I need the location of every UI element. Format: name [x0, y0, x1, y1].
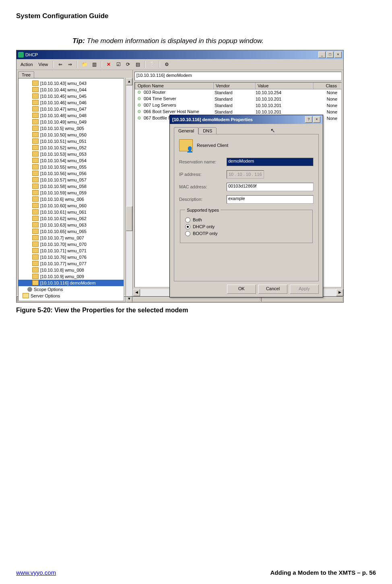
col-value[interactable]: Value — [255, 83, 313, 89]
supported-types-legend: Supported types — [185, 208, 221, 213]
tree-item[interactable]: [10.10.10.71] wmu_071 — [19, 248, 124, 254]
folder-icon — [32, 196, 39, 202]
dialog-close-button[interactable]: × — [313, 116, 320, 123]
tip-body: The modem information is displayed in th… — [85, 37, 264, 45]
close-button[interactable]: × — [334, 52, 342, 58]
show-hide-tree-icon[interactable]: ▥ — [91, 61, 98, 68]
tree-item[interactable]: [10.10.10.76] wmu_076 — [19, 254, 124, 260]
export-list-icon[interactable]: ▤ — [134, 61, 141, 68]
tree-item[interactable]: [10.10.10.59] wmu_059 — [19, 190, 124, 196]
tree-item[interactable]: [10.10.10.6] wmu_006 — [19, 196, 124, 202]
radio-dhcp-only[interactable] — [185, 224, 190, 229]
tree-item-label: [10.10.10.7] wmu_007 — [40, 235, 84, 240]
tree-item[interactable]: [10.10.10.48] wmu_048 — [19, 112, 124, 119]
tree-item[interactable]: [10.10.10.45] wmu_045 — [19, 93, 124, 99]
apply-button[interactable]: Apply — [290, 285, 319, 294]
tree-item[interactable]: [10.10.10.8] wmu_008 — [19, 267, 124, 273]
tree-item-label: [10.10.10.57] wmu_057 — [40, 177, 87, 182]
tree-item[interactable]: [10.10.10.54] wmu_054 — [19, 157, 124, 164]
radio-bootp-only[interactable] — [185, 231, 190, 236]
tree-item[interactable]: [10.10.10.9] wmu_009 — [19, 273, 124, 280]
tree-item[interactable]: [10.10.10.52] wmu_052 — [19, 144, 124, 151]
tree-item[interactable]: [10.10.10.63] wmu_063 — [19, 222, 124, 228]
mac-address-input[interactable]: 00103d12869f — [227, 183, 314, 191]
dhcp-option-icon[interactable]: ⚙ — [163, 61, 170, 68]
col-option-name[interactable]: Option Name — [135, 83, 213, 89]
up-folder-icon[interactable]: 📁 — [81, 61, 88, 68]
radio-both[interactable] — [185, 217, 190, 223]
delete-icon[interactable]: ✕ — [105, 61, 112, 68]
gear-icon — [27, 287, 32, 292]
tree-item-label: [10.10.10.62] wmu_062 — [40, 216, 87, 221]
back-button[interactable]: ⇐ — [57, 61, 64, 68]
menu-action[interactable]: Action — [19, 61, 35, 68]
hscroll-right-button[interactable]: ▶ — [336, 289, 343, 296]
scroll-up-button[interactable]: ▲ — [126, 78, 132, 85]
supported-types-group: Supported types Both DHCP only BOOTP onl… — [180, 208, 313, 243]
tree-item[interactable]: [10.10.10.77] wmu_077 — [19, 260, 124, 267]
help-icon[interactable]: ❔ — [149, 61, 156, 68]
tree-item[interactable]: [10.10.10.62] wmu_062 — [19, 215, 124, 222]
folder-icon — [32, 158, 39, 163]
tab-general[interactable]: General — [174, 127, 198, 134]
figure-caption: Figure 5-20: View the Properties for the… — [16, 307, 376, 314]
radio-both-row[interactable]: Both — [185, 217, 307, 223]
tree-item[interactable]: [10.10.10.53] wmu_053 — [19, 151, 124, 157]
folder-icon — [32, 190, 39, 195]
maximize-button[interactable]: □ — [326, 52, 334, 58]
refresh-icon[interactable]: ⟳ — [124, 61, 132, 68]
list-row[interactable]: 066 Boot Server Host NameStandard10.10.1… — [135, 109, 341, 115]
radio-dhcp-row[interactable]: DHCP only — [185, 224, 307, 229]
tree-item[interactable]: [10.10.10.116] demoModem — [19, 280, 124, 286]
cancel-button[interactable]: Cancel — [258, 285, 287, 294]
tree-item[interactable]: [10.10.10.5] wmu_005 — [19, 125, 124, 132]
tree-item-label: [10.10.10.116] demoModem — [40, 281, 96, 285]
cursor-icon: ↖ — [270, 127, 275, 134]
tree-item[interactable]: [10.10.10.51] wmu_051 — [19, 138, 124, 144]
tree-item-label: [10.10.10.8] wmu_008 — [40, 268, 84, 272]
minimize-button[interactable]: _ — [318, 52, 326, 58]
tree-item-label: [10.10.10.54] wmu_054 — [40, 158, 87, 163]
tree-item[interactable]: [10.10.10.61] wmu_061 — [19, 209, 124, 215]
tree-tab[interactable]: Tree — [18, 71, 34, 78]
tree-item-label: [10.10.10.58] wmu_058 — [40, 184, 87, 189]
option-icon — [137, 90, 143, 95]
tree-item[interactable]: [10.10.10.58] wmu_058 — [19, 183, 124, 190]
list-header[interactable]: Option Name Vendor Value Class — [135, 83, 341, 89]
tree-item[interactable]: [10.10.10.46] wmu_046 — [19, 99, 124, 106]
tree-view[interactable]: [10.10.10.43] wmu_043[10.10.10.44] wmu_0… — [18, 78, 124, 301]
tree-scrollbar[interactable]: ▲ ▼ — [126, 78, 132, 303]
col-class[interactable]: Class — [313, 83, 341, 89]
window-title: DHCP — [25, 52, 38, 57]
tree-item[interactable]: [10.10.10.7] wmu_007 — [19, 235, 124, 241]
menu-view[interactable]: View — [37, 61, 50, 68]
tree-item[interactable]: [10.10.10.57] wmu_057 — [19, 177, 124, 183]
scroll-thumb[interactable] — [126, 206, 132, 231]
reservation-name-input[interactable]: demoModem — [227, 158, 314, 166]
tree-item[interactable]: [10.10.10.50] wmu_050 — [19, 132, 124, 138]
tree-item[interactable]: [10.10.10.44] wmu_044 — [19, 87, 124, 93]
tree-item[interactable]: [10.10.10.70] wmu_070 — [19, 241, 124, 248]
dialog-help-button[interactable]: ? — [305, 116, 312, 123]
radio-both-label: Both — [193, 217, 202, 222]
forward-button[interactable]: ⇒ — [66, 61, 74, 68]
tree-item[interactable]: [10.10.10.49] wmu_049 — [19, 119, 124, 125]
tree-item[interactable]: [10.10.10.65] wmu_065 — [19, 228, 124, 235]
list-row[interactable]: 007 Log ServersStandard10.10.10.201None — [135, 102, 341, 109]
tree-server-options[interactable]: Server Options — [19, 293, 124, 299]
list-row[interactable]: 003 RouterStandard10.10.10.254None — [135, 89, 341, 96]
tree-item[interactable]: [10.10.10.43] wmu_043 — [19, 80, 124, 87]
properties-icon[interactable]: ☑ — [115, 61, 122, 68]
tree-item[interactable]: [10.10.10.60] wmu_060 — [19, 202, 124, 209]
ok-button[interactable]: OK — [227, 285, 256, 294]
tree-item[interactable]: [10.10.10.55] wmu_055 — [19, 164, 124, 170]
tree-item[interactable]: [10.10.10.47] wmu_047 — [19, 106, 124, 112]
description-input[interactable]: example — [227, 195, 314, 204]
col-vendor[interactable]: Vendor — [213, 83, 255, 89]
tab-dns[interactable]: DNS — [198, 127, 217, 134]
hscroll-left-button[interactable]: ◀ — [133, 289, 140, 296]
list-row[interactable]: 004 Time ServerStandard10.10.10.201None — [135, 96, 341, 102]
radio-bootp-row[interactable]: BOOTP only — [185, 231, 307, 236]
tree-scope-options[interactable]: Scope Options — [19, 286, 124, 293]
tree-item[interactable]: [10.10.10.56] wmu_056 — [19, 170, 124, 177]
